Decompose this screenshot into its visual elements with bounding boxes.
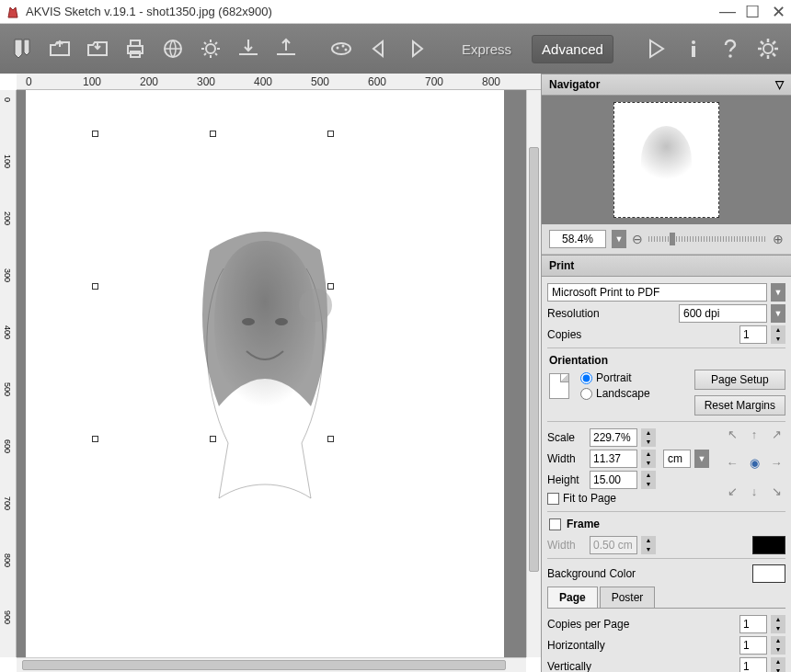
unit-select[interactable]: cm [663, 450, 691, 468]
vert-spinner[interactable]: ▲▼ [771, 657, 785, 672]
navigator-preview[interactable] [542, 96, 791, 224]
printer-select[interactable]: Microsoft Print to PDF [547, 283, 767, 302]
tab-poster[interactable]: Poster [600, 587, 656, 608]
batch-icon[interactable] [198, 34, 224, 63]
width-label: Width [547, 452, 586, 465]
align-tl[interactable]: ↖ [723, 426, 741, 442]
copies-input[interactable] [739, 325, 767, 344]
navigator-header: Navigator▽ [542, 74, 791, 96]
tab-page[interactable]: Page [547, 587, 598, 608]
crop-handle[interactable] [210, 131, 216, 137]
export-icon[interactable] [235, 34, 262, 63]
align-r[interactable]: → [767, 454, 785, 471]
minimize-button[interactable]: — [719, 2, 734, 22]
mode-advanced[interactable]: Advanced [532, 35, 613, 63]
help-icon[interactable] [717, 34, 744, 63]
zoom-out-icon[interactable]: ⊖ [632, 232, 643, 246]
close-button[interactable]: ✕ [771, 2, 785, 22]
fit-to-page-label: Fit to Page [563, 492, 714, 505]
copies-label: Copies [547, 328, 736, 341]
info-icon[interactable] [680, 34, 706, 63]
height-input[interactable] [590, 471, 637, 489]
alignment-grid: ↖↑↗ ←◉→ ↙↓↘ [723, 426, 785, 507]
width-spinner[interactable]: ▲▼ [641, 450, 656, 468]
mode-express[interactable]: Express [453, 36, 521, 63]
dropdown-icon[interactable]: ▼ [694, 450, 709, 468]
zoom-input[interactable] [549, 230, 606, 248]
crop-handle[interactable] [92, 436, 98, 442]
import-icon[interactable] [273, 34, 300, 63]
crop-handle[interactable] [210, 436, 216, 442]
frame-width-spinner: ▲▼ [641, 536, 656, 554]
run-icon[interactable] [642, 34, 669, 63]
bg-color-swatch[interactable] [752, 564, 785, 583]
horiz-input[interactable] [739, 636, 767, 655]
crop-handle[interactable] [92, 283, 98, 290]
collapse-icon[interactable]: ▽ [775, 78, 784, 91]
portrait-radio[interactable]: Portrait [580, 371, 650, 384]
page-setup-button[interactable]: Page Setup [694, 370, 785, 390]
scrollbar-horizontal[interactable] [17, 657, 526, 672]
presets-icon[interactable] [328, 34, 355, 63]
zoom-in-icon[interactable]: ⊕ [773, 232, 784, 246]
align-c[interactable]: ◉ [745, 454, 763, 471]
sketch-image [173, 222, 357, 517]
vert-label: Vertically [547, 660, 736, 672]
app-icon [6, 5, 20, 19]
align-l[interactable]: ← [723, 454, 741, 471]
maximize-button[interactable]: ☐ [745, 2, 760, 22]
crop-handle[interactable] [92, 131, 98, 137]
ruler-vertical: 0 100 200 300 400 500 600 700 800 900 [0, 90, 17, 657]
print-page [26, 90, 504, 657]
align-br[interactable]: ↘ [767, 483, 785, 499]
scale-label: Scale [547, 431, 586, 444]
back-icon[interactable] [366, 34, 393, 63]
landscape-radio[interactable]: Landscape [580, 387, 650, 400]
horiz-spinner[interactable]: ▲▼ [771, 636, 785, 655]
orientation-label: Orientation [547, 347, 785, 370]
height-spinner[interactable]: ▲▼ [641, 471, 656, 489]
settings-icon[interactable] [755, 34, 782, 63]
resolution-select[interactable]: 600 dpi [679, 304, 767, 323]
svg-point-12 [763, 44, 773, 53]
svg-point-4 [206, 44, 215, 53]
dropdown-icon[interactable]: ▼ [771, 283, 785, 302]
crop-handle[interactable] [327, 283, 334, 290]
svg-rect-1 [131, 40, 140, 46]
svg-point-6 [337, 47, 339, 50]
canvas-viewport[interactable] [17, 90, 526, 657]
scale-spinner[interactable]: ▲▼ [641, 428, 656, 447]
save-icon[interactable] [85, 34, 111, 63]
bg-color-label: Background Color [547, 567, 749, 580]
scale-input[interactable] [590, 428, 637, 447]
align-b[interactable]: ↓ [745, 483, 763, 499]
align-t[interactable]: ↑ [745, 426, 763, 442]
crop-handle[interactable] [327, 436, 334, 442]
cpp-spinner[interactable]: ▲▼ [771, 615, 785, 633]
copies-spinner[interactable]: ▲▼ [771, 325, 785, 344]
zoom-slider[interactable] [648, 236, 767, 242]
fit-to-page-checkbox[interactable] [547, 493, 559, 505]
publish-icon[interactable] [160, 34, 187, 63]
open-icon[interactable] [47, 34, 74, 63]
align-bl[interactable]: ↙ [723, 483, 741, 499]
frame-checkbox[interactable] [549, 518, 561, 530]
reset-margins-button[interactable]: Reset Margins [694, 395, 785, 416]
canvas-area: 0 100 200 300 400 500 600 700 800 0 100 … [0, 74, 541, 672]
print-icon[interactable] [122, 34, 149, 63]
dropdown-icon[interactable]: ▼ [771, 304, 785, 323]
svg-point-14 [275, 318, 288, 325]
svg-point-13 [242, 318, 255, 325]
zoom-dropdown[interactable]: ▼ [612, 230, 626, 248]
forward-icon[interactable] [404, 34, 430, 63]
crop-handle[interactable] [327, 131, 334, 137]
frame-color-swatch[interactable] [752, 536, 785, 554]
vert-input[interactable] [739, 657, 767, 672]
horiz-label: Horizontally [547, 639, 736, 652]
svg-rect-10 [692, 46, 695, 57]
brushes-icon[interactable] [9, 34, 36, 63]
scrollbar-vertical[interactable] [526, 90, 541, 657]
align-tr[interactable]: ↗ [767, 426, 785, 442]
cpp-input[interactable] [739, 615, 767, 633]
width-input[interactable] [590, 450, 637, 468]
